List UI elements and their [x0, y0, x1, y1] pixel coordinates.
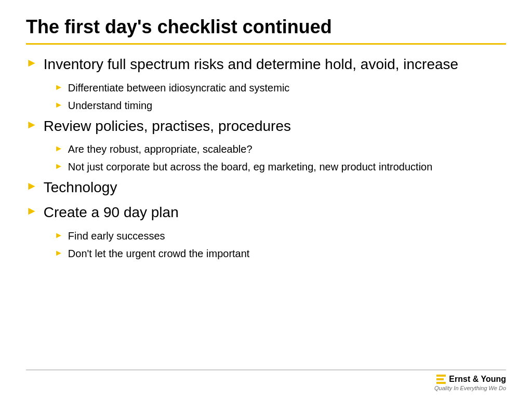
sub2a-text: Are they robust, appropriate, scaleable? — [68, 142, 252, 156]
arrow-icon: ► — [26, 179, 37, 193]
item3-text: Technology — [44, 178, 117, 197]
sub4a-text: Find early successes — [68, 229, 165, 243]
list-item: ► Not just corporate but across the boar… — [55, 159, 506, 174]
arrow-icon: ► — [55, 100, 63, 111]
sub1b-text: Understand timing — [68, 98, 152, 113]
list-item: ► Create a 90 day plan — [26, 203, 506, 222]
sub-list-2: ► Are they robust, appropriate, scaleabl… — [55, 142, 506, 174]
footer-divider — [26, 369, 506, 370]
arrow-icon: ► — [26, 118, 37, 131]
arrow-icon: ► — [55, 230, 63, 241]
list-item: ► Understand timing — [55, 98, 506, 113]
list-item: ► Differentiate between idiosyncratic an… — [55, 81, 506, 95]
list-item: ► Technology — [26, 178, 506, 197]
brand-tagline: Quality In Everything We Do — [434, 385, 506, 391]
item1-text: Inventory full spectrum risks and determ… — [44, 55, 458, 74]
slide-container: The first day's checklist continued ► In… — [0, 0, 532, 399]
arrow-icon: ► — [55, 161, 63, 172]
content-area: ► Inventory full spectrum risks and dete… — [26, 55, 506, 389]
arrow-icon: ► — [55, 143, 63, 154]
arrow-icon: ► — [55, 248, 63, 259]
sub1a-text: Differentiate between idiosyncratic and … — [68, 81, 290, 95]
ey-logo-bars — [436, 375, 446, 384]
arrow-icon: ► — [55, 82, 63, 93]
brand-name: Ernst & Young — [449, 375, 506, 384]
sub4b-text: Don't let the urgent crowd the important — [68, 246, 250, 261]
title-underline — [26, 43, 506, 45]
list-item: ► Are they robust, appropriate, scaleabl… — [55, 142, 506, 156]
list-item: ► Don't let the urgent crowd the importa… — [55, 246, 506, 261]
brand-logo: Ernst & Young — [436, 375, 506, 384]
item4-text: Create a 90 day plan — [44, 203, 179, 222]
ey-bar-middle — [436, 378, 444, 380]
sub2b-text: Not just corporate but across the board,… — [68, 159, 433, 174]
ey-bar-top — [436, 375, 446, 377]
list-item: ► Find early successes — [55, 229, 506, 243]
arrow-icon: ► — [26, 56, 37, 70]
footer: Ernst & Young Quality In Everything We D… — [434, 375, 506, 391]
list-item: ► Review policies, practises, procedures — [26, 117, 506, 136]
sub-list-4: ► Find early successes ► Don't let the u… — [55, 229, 506, 261]
sub-list-1: ► Differentiate between idiosyncratic an… — [55, 81, 506, 113]
ey-bar-bottom — [436, 382, 446, 384]
list-item: ► Inventory full spectrum risks and dete… — [26, 55, 506, 74]
item2-text: Review policies, practises, procedures — [44, 117, 291, 136]
slide-title: The first day's checklist continued — [26, 16, 506, 38]
arrow-icon: ► — [26, 204, 37, 218]
